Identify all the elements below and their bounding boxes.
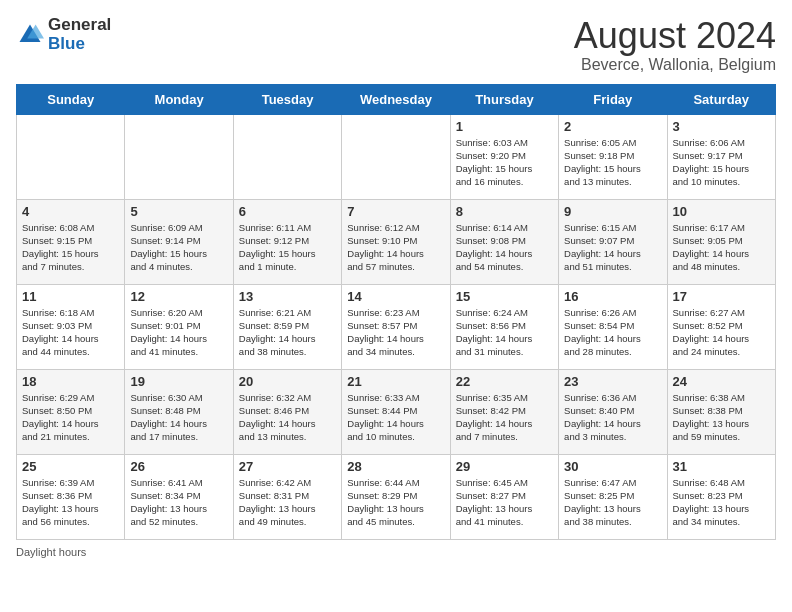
day-number: 20	[239, 374, 336, 389]
calendar-day-cell: 17Sunrise: 6:27 AM Sunset: 8:52 PM Dayli…	[667, 284, 775, 369]
day-info: Sunrise: 6:29 AM Sunset: 8:50 PM Dayligh…	[22, 391, 119, 444]
calendar-subtitle: Beverce, Wallonia, Belgium	[574, 56, 776, 74]
day-of-week-header: Friday	[559, 84, 667, 114]
calendar-day-cell: 4Sunrise: 6:08 AM Sunset: 9:15 PM Daylig…	[17, 199, 125, 284]
day-info: Sunrise: 6:44 AM Sunset: 8:29 PM Dayligh…	[347, 476, 444, 529]
day-number: 26	[130, 459, 227, 474]
day-info: Sunrise: 6:15 AM Sunset: 9:07 PM Dayligh…	[564, 221, 661, 274]
calendar-week-row: 18Sunrise: 6:29 AM Sunset: 8:50 PM Dayli…	[17, 369, 776, 454]
calendar-day-cell: 16Sunrise: 6:26 AM Sunset: 8:54 PM Dayli…	[559, 284, 667, 369]
calendar-body: 1Sunrise: 6:03 AM Sunset: 9:20 PM Daylig…	[17, 114, 776, 539]
day-info: Sunrise: 6:33 AM Sunset: 8:44 PM Dayligh…	[347, 391, 444, 444]
day-of-week-header: Thursday	[450, 84, 558, 114]
day-info: Sunrise: 6:03 AM Sunset: 9:20 PM Dayligh…	[456, 136, 553, 189]
calendar-week-row: 11Sunrise: 6:18 AM Sunset: 9:03 PM Dayli…	[17, 284, 776, 369]
logo-text-general: General	[48, 16, 111, 35]
day-info: Sunrise: 6:41 AM Sunset: 8:34 PM Dayligh…	[130, 476, 227, 529]
day-info: Sunrise: 6:38 AM Sunset: 8:38 PM Dayligh…	[673, 391, 770, 444]
day-number: 16	[564, 289, 661, 304]
day-info: Sunrise: 6:05 AM Sunset: 9:18 PM Dayligh…	[564, 136, 661, 189]
calendar-day-cell: 11Sunrise: 6:18 AM Sunset: 9:03 PM Dayli…	[17, 284, 125, 369]
day-number: 25	[22, 459, 119, 474]
day-info: Sunrise: 6:45 AM Sunset: 8:27 PM Dayligh…	[456, 476, 553, 529]
day-number: 9	[564, 204, 661, 219]
day-of-week-header: Sunday	[17, 84, 125, 114]
calendar-day-cell: 31Sunrise: 6:48 AM Sunset: 8:23 PM Dayli…	[667, 454, 775, 539]
day-number: 5	[130, 204, 227, 219]
calendar-day-cell: 21Sunrise: 6:33 AM Sunset: 8:44 PM Dayli…	[342, 369, 450, 454]
calendar-week-row: 4Sunrise: 6:08 AM Sunset: 9:15 PM Daylig…	[17, 199, 776, 284]
day-number: 8	[456, 204, 553, 219]
calendar-header: SundayMondayTuesdayWednesdayThursdayFrid…	[17, 84, 776, 114]
day-info: Sunrise: 6:24 AM Sunset: 8:56 PM Dayligh…	[456, 306, 553, 359]
day-of-week-header: Wednesday	[342, 84, 450, 114]
footer-note: Daylight hours	[16, 546, 776, 558]
calendar-day-cell	[17, 114, 125, 199]
logo-icon	[16, 21, 44, 49]
calendar-day-cell: 1Sunrise: 6:03 AM Sunset: 9:20 PM Daylig…	[450, 114, 558, 199]
day-number: 12	[130, 289, 227, 304]
calendar-day-cell: 25Sunrise: 6:39 AM Sunset: 8:36 PM Dayli…	[17, 454, 125, 539]
day-number: 11	[22, 289, 119, 304]
calendar-day-cell: 15Sunrise: 6:24 AM Sunset: 8:56 PM Dayli…	[450, 284, 558, 369]
logo-text-blue: Blue	[48, 35, 111, 54]
calendar-day-cell: 6Sunrise: 6:11 AM Sunset: 9:12 PM Daylig…	[233, 199, 341, 284]
calendar-day-cell: 7Sunrise: 6:12 AM Sunset: 9:10 PM Daylig…	[342, 199, 450, 284]
day-number: 18	[22, 374, 119, 389]
day-info: Sunrise: 6:39 AM Sunset: 8:36 PM Dayligh…	[22, 476, 119, 529]
day-info: Sunrise: 6:11 AM Sunset: 9:12 PM Dayligh…	[239, 221, 336, 274]
calendar-main-title: August 2024	[574, 16, 776, 56]
day-info: Sunrise: 6:26 AM Sunset: 8:54 PM Dayligh…	[564, 306, 661, 359]
day-number: 7	[347, 204, 444, 219]
day-info: Sunrise: 6:47 AM Sunset: 8:25 PM Dayligh…	[564, 476, 661, 529]
day-info: Sunrise: 6:14 AM Sunset: 9:08 PM Dayligh…	[456, 221, 553, 274]
calendar-day-cell: 24Sunrise: 6:38 AM Sunset: 8:38 PM Dayli…	[667, 369, 775, 454]
calendar-day-cell: 10Sunrise: 6:17 AM Sunset: 9:05 PM Dayli…	[667, 199, 775, 284]
day-number: 30	[564, 459, 661, 474]
day-info: Sunrise: 6:09 AM Sunset: 9:14 PM Dayligh…	[130, 221, 227, 274]
day-number: 13	[239, 289, 336, 304]
calendar-day-cell: 23Sunrise: 6:36 AM Sunset: 8:40 PM Dayli…	[559, 369, 667, 454]
day-number: 4	[22, 204, 119, 219]
day-info: Sunrise: 6:12 AM Sunset: 9:10 PM Dayligh…	[347, 221, 444, 274]
calendar-day-cell: 27Sunrise: 6:42 AM Sunset: 8:31 PM Dayli…	[233, 454, 341, 539]
day-info: Sunrise: 6:17 AM Sunset: 9:05 PM Dayligh…	[673, 221, 770, 274]
day-info: Sunrise: 6:48 AM Sunset: 8:23 PM Dayligh…	[673, 476, 770, 529]
day-number: 15	[456, 289, 553, 304]
calendar-day-cell	[233, 114, 341, 199]
day-number: 29	[456, 459, 553, 474]
calendar-day-cell: 29Sunrise: 6:45 AM Sunset: 8:27 PM Dayli…	[450, 454, 558, 539]
calendar-day-cell	[342, 114, 450, 199]
day-number: 19	[130, 374, 227, 389]
day-number: 31	[673, 459, 770, 474]
day-of-week-header: Tuesday	[233, 84, 341, 114]
day-number: 1	[456, 119, 553, 134]
calendar-table: SundayMondayTuesdayWednesdayThursdayFrid…	[16, 84, 776, 540]
day-number: 3	[673, 119, 770, 134]
calendar-day-cell: 12Sunrise: 6:20 AM Sunset: 9:01 PM Dayli…	[125, 284, 233, 369]
day-number: 6	[239, 204, 336, 219]
day-number: 23	[564, 374, 661, 389]
day-info: Sunrise: 6:06 AM Sunset: 9:17 PM Dayligh…	[673, 136, 770, 189]
day-info: Sunrise: 6:18 AM Sunset: 9:03 PM Dayligh…	[22, 306, 119, 359]
day-info: Sunrise: 6:35 AM Sunset: 8:42 PM Dayligh…	[456, 391, 553, 444]
day-info: Sunrise: 6:20 AM Sunset: 9:01 PM Dayligh…	[130, 306, 227, 359]
day-info: Sunrise: 6:36 AM Sunset: 8:40 PM Dayligh…	[564, 391, 661, 444]
logo: General Blue	[16, 16, 111, 53]
day-of-week-header: Monday	[125, 84, 233, 114]
day-info: Sunrise: 6:30 AM Sunset: 8:48 PM Dayligh…	[130, 391, 227, 444]
day-number: 22	[456, 374, 553, 389]
day-number: 2	[564, 119, 661, 134]
calendar-week-row: 25Sunrise: 6:39 AM Sunset: 8:36 PM Dayli…	[17, 454, 776, 539]
day-number: 21	[347, 374, 444, 389]
calendar-day-cell: 13Sunrise: 6:21 AM Sunset: 8:59 PM Dayli…	[233, 284, 341, 369]
page-header: General Blue August 2024 Beverce, Wallon…	[16, 16, 776, 74]
calendar-day-cell: 19Sunrise: 6:30 AM Sunset: 8:48 PM Dayli…	[125, 369, 233, 454]
day-of-week-header: Saturday	[667, 84, 775, 114]
days-of-week-row: SundayMondayTuesdayWednesdayThursdayFrid…	[17, 84, 776, 114]
day-info: Sunrise: 6:42 AM Sunset: 8:31 PM Dayligh…	[239, 476, 336, 529]
calendar-week-row: 1Sunrise: 6:03 AM Sunset: 9:20 PM Daylig…	[17, 114, 776, 199]
calendar-day-cell	[125, 114, 233, 199]
calendar-title-area: August 2024 Beverce, Wallonia, Belgium	[574, 16, 776, 74]
calendar-day-cell: 18Sunrise: 6:29 AM Sunset: 8:50 PM Dayli…	[17, 369, 125, 454]
